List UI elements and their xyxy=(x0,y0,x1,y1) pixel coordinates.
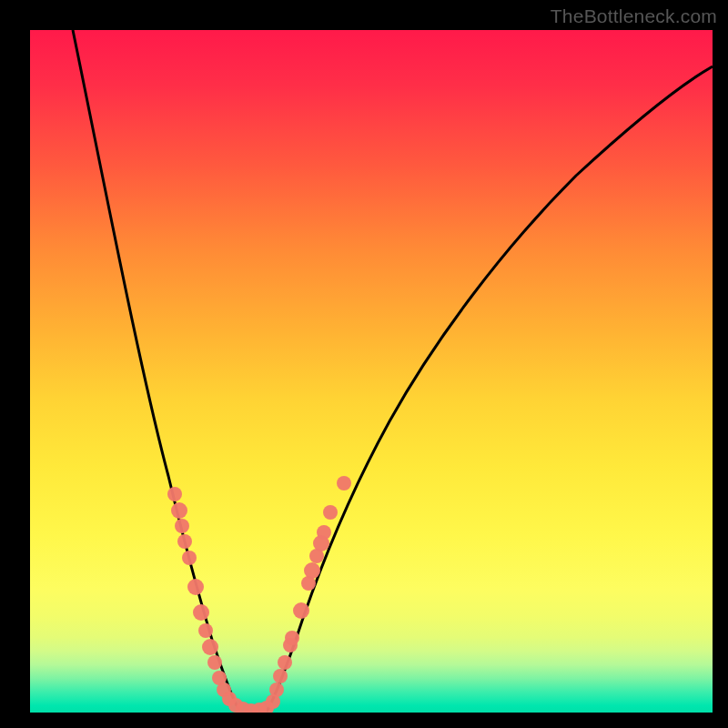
svg-point-9 xyxy=(207,655,222,670)
svg-point-6 xyxy=(193,604,209,621)
svg-point-4 xyxy=(182,551,197,565)
svg-point-0 xyxy=(167,487,182,501)
svg-point-8 xyxy=(202,639,218,655)
svg-point-24 xyxy=(293,602,309,619)
plot-svg xyxy=(30,30,713,713)
svg-point-2 xyxy=(175,519,189,533)
right-curve xyxy=(267,66,713,712)
svg-point-30 xyxy=(323,505,338,520)
scatter-series xyxy=(167,476,351,713)
svg-point-5 xyxy=(187,579,204,595)
svg-point-29 xyxy=(317,525,331,540)
svg-point-19 xyxy=(269,682,284,697)
svg-point-21 xyxy=(278,655,292,670)
svg-point-23 xyxy=(285,631,299,645)
svg-point-26 xyxy=(304,562,320,579)
watermark: TheBottleneck.com xyxy=(551,5,717,27)
svg-point-3 xyxy=(177,534,192,549)
plot-area xyxy=(30,30,713,713)
svg-point-31 xyxy=(337,476,351,490)
svg-point-20 xyxy=(273,669,288,683)
svg-point-1 xyxy=(171,502,187,519)
left-curve xyxy=(73,30,239,711)
chart-canvas: TheBottleneck.com xyxy=(0,0,728,728)
svg-point-7 xyxy=(198,623,213,638)
